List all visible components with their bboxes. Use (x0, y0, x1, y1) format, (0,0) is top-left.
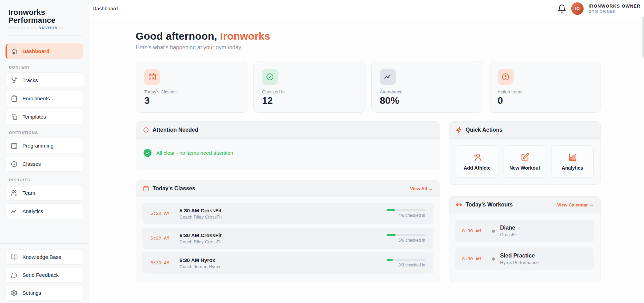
edit-square-icon (520, 153, 529, 162)
book-open-icon (11, 254, 18, 261)
quick-action-label: New Workout (509, 165, 540, 171)
sidebar-item-send-feedback[interactable]: Send Feedback (6, 267, 83, 283)
class-info: 5:30 AM CrossFit Coach Riley CrossFit (179, 208, 387, 220)
sidebar-footer: Knowledge Base Send Feedback Settings (0, 243, 89, 303)
tracks-fork-icon (11, 77, 18, 84)
class-checkin-block: 5/6 checked in (387, 234, 425, 243)
powered-by-brand: BASTION (38, 26, 58, 30)
panel-title: Today's Classes (153, 185, 407, 192)
bar-chart-icon (568, 153, 577, 162)
app-root: Ironworks Performance POWERED BY BASTION… (0, 0, 644, 303)
check-icon (144, 149, 152, 157)
sidebar-item-classes[interactable]: Classes (6, 156, 83, 172)
status-dot (492, 230, 495, 233)
checkin-progress-bar (387, 259, 425, 261)
sidebar-item-label: Programming (22, 143, 53, 149)
sidebar-item-label: Classes (22, 161, 41, 167)
sidebar-item-label: Knowledge Base (22, 254, 61, 260)
stat-card-checked-in: Checked In 12 (253, 61, 365, 113)
sidebar-item-label: Settings (22, 290, 41, 296)
sidebar-item-dashboard[interactable]: Dashboard (6, 43, 83, 59)
sidebar-nav: Dashboard CONTENT Tracks Enrollments Te (6, 43, 83, 243)
view-calendar-link[interactable]: View Calendar → (557, 202, 594, 208)
scrollbar-thumb[interactable] (642, 17, 644, 58)
checkin-count: 4/6 checked in (387, 213, 425, 218)
class-title: 5:30 AM CrossFit (179, 208, 387, 213)
sidebar-item-analytics[interactable]: Analytics (6, 203, 83, 219)
sidebar-section-operations: OPERATIONS (9, 131, 83, 135)
brand-name-line1: Ironworks (8, 8, 80, 16)
lightning-icon (456, 127, 462, 133)
class-row[interactable]: 6:30 AM 6:30 AM Hyrox Coach Jordan Hyrox… (142, 252, 433, 274)
panel-title: Today's Workouts (466, 202, 554, 208)
user-avatar[interactable]: IO (571, 2, 584, 15)
sidebar-item-programming[interactable]: Programming (6, 138, 83, 153)
stat-label: Checked In (262, 89, 357, 94)
user-plus-icon (473, 153, 482, 162)
dumbbell-icon (456, 202, 462, 208)
sidebar-section-content: CONTENT (9, 65, 83, 69)
workout-time: 8:00 AM (462, 256, 492, 262)
todays-classes-panel: Today's Classes View All → 5:30 AM 5:30 … (136, 180, 440, 282)
workouts-list: 8:00 AM Diane CrossFit 8:00 AM (449, 213, 601, 282)
analytics-button[interactable]: Analytics (551, 145, 594, 178)
trend-line-icon (11, 208, 18, 215)
checkin-count: 3/3 checked in (387, 263, 425, 267)
workout-info: Sled Practice Hyrox Performance (500, 253, 539, 265)
attention-panel-header: Attention Needed (136, 122, 440, 139)
page-title: Dashboard (92, 6, 118, 11)
check-circle-icon (262, 69, 278, 85)
panel-title: Quick Actions (466, 127, 594, 133)
workout-time: 8:00 AM (462, 229, 492, 234)
brand-logo: Ironworks Performance POWERED BY BASTION… (6, 6, 83, 36)
sidebar-item-enrollments[interactable]: Enrollments (6, 91, 83, 106)
quick-action-label: Analytics (562, 165, 583, 171)
checkin-progress-fill (387, 234, 396, 236)
sidebar-item-tracks[interactable]: Tracks (6, 72, 83, 88)
class-coach: Coach Jordan Hyrox (179, 264, 387, 269)
all-clear-message: All clear - no items need attention (156, 150, 233, 156)
workout-title: Sled Practice (500, 253, 539, 259)
classes-list: 5:30 AM 5:30 AM CrossFit Coach Riley Cro… (136, 197, 440, 282)
class-row[interactable]: 6:30 AM 6:30 AM CrossFit Coach Riley Cro… (142, 228, 433, 249)
class-title: 6:30 AM CrossFit (179, 232, 387, 238)
workout-title: Diane (500, 225, 517, 231)
new-workout-button[interactable]: New Workout (504, 145, 546, 178)
brand-name-line2: Performance (8, 16, 80, 24)
user-name: IRONWORKS OWNER (588, 3, 641, 9)
chat-bubble-icon (11, 272, 18, 279)
sidebar-item-team[interactable]: Team (6, 185, 83, 201)
class-info: 6:30 AM CrossFit Coach Riley CrossFit (179, 232, 387, 244)
home-icon (11, 48, 18, 55)
todays-workouts-header: Today's Workouts View Calendar → (449, 196, 601, 213)
attention-body: All clear - no items need attention (136, 139, 440, 170)
clock-icon (11, 161, 18, 168)
sidebar-item-label: Dashboard (22, 48, 49, 54)
sidebar-item-label: Team (22, 190, 35, 196)
right-column: Quick Actions Add Athlete New Workout (449, 121, 601, 282)
class-checkin-block: 4/6 checked in (387, 209, 425, 218)
quick-actions-header: Quick Actions (449, 122, 601, 139)
stat-card-todays-classes: Today's Classes 3 (136, 61, 247, 113)
clipboard-icon (11, 95, 18, 102)
class-row[interactable]: 5:30 AM 5:30 AM CrossFit Coach Riley Cro… (142, 203, 433, 224)
workout-row[interactable]: 8:00 AM Sled Practice Hyrox Performance (455, 248, 594, 270)
workout-row[interactable]: 8:00 AM Diane CrossFit (455, 220, 594, 242)
sidebar-item-label: Enrollments (22, 95, 50, 101)
notifications-bell-icon[interactable] (557, 4, 566, 13)
add-athlete-button[interactable]: Add Athlete (456, 145, 498, 178)
dashboard-content: Good afternoon, Ironworks Here's what's … (89, 17, 644, 303)
calendar-icon (143, 185, 149, 192)
class-time: 6:30 AM (150, 236, 179, 241)
checkin-progress-fill (387, 259, 393, 261)
sidebar-item-settings[interactable]: Settings (6, 285, 83, 301)
sidebar-item-knowledge-base[interactable]: Knowledge Base (6, 249, 83, 265)
checkin-progress-fill (387, 209, 395, 211)
sidebar-item-templates[interactable]: Templates (6, 109, 83, 124)
checkin-count: 5/6 checked in (387, 238, 425, 243)
class-time: 6:30 AM (150, 261, 179, 266)
quick-actions-body: Add Athlete New Workout Analytics (449, 139, 601, 184)
view-all-link[interactable]: View All → (410, 186, 433, 191)
workout-info: Diane CrossFit (500, 225, 517, 237)
stat-card-action-items: Action Items 0 (489, 61, 601, 113)
